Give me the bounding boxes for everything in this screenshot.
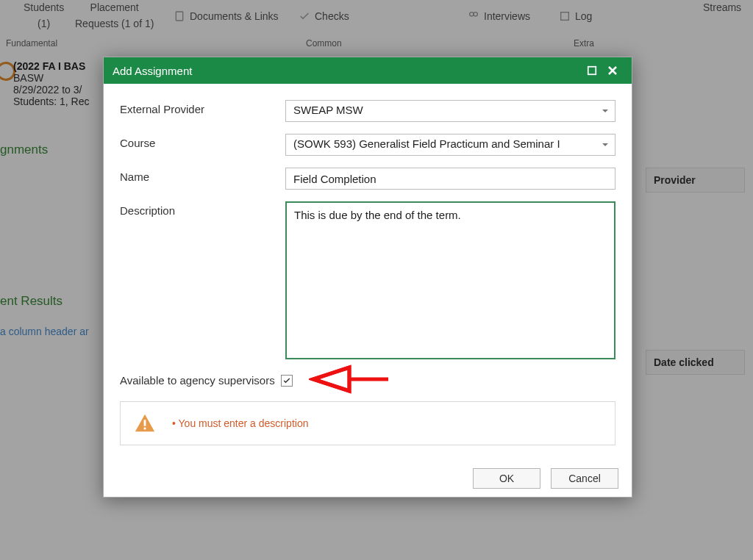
checkmark-icon [282, 376, 291, 385]
ok-button[interactable]: OK [473, 468, 540, 489]
external-provider-value: SWEAP MSW [293, 104, 363, 116]
svg-rect-6 [144, 428, 146, 430]
validation-warning: • You must enter a description [120, 401, 615, 445]
course-select[interactable]: (SOWK 593) Generalist Field Practicum an… [285, 134, 615, 156]
dialog-titlebar[interactable]: Add Assignment [104, 57, 632, 84]
external-provider-select[interactable]: SWEAP MSW [285, 100, 615, 122]
dialog-title: Add Assignment [113, 65, 192, 77]
maximize-icon [587, 65, 597, 76]
maximize-button[interactable] [582, 60, 602, 81]
warning-message: • You must enter a description [172, 417, 308, 429]
label-external-provider: External Provider [120, 100, 285, 115]
available-checkbox[interactable] [281, 375, 293, 387]
description-textarea[interactable] [285, 201, 615, 359]
label-course: Course [120, 134, 285, 149]
cancel-button[interactable]: Cancel [551, 468, 618, 489]
close-button[interactable] [602, 60, 623, 81]
ok-button-label: OK [499, 473, 514, 484]
svg-rect-5 [144, 420, 146, 426]
cancel-button-label: Cancel [568, 473, 601, 484]
course-value: (SOWK 593) Generalist Field Practicum an… [293, 137, 560, 150]
name-input[interactable] [285, 168, 615, 190]
label-description: Description [120, 201, 285, 217]
label-name: Name [120, 168, 285, 183]
warning-icon [134, 412, 156, 434]
close-icon [607, 65, 618, 76]
svg-rect-4 [588, 67, 596, 75]
add-assignment-dialog: Add Assignment External Provider SWEAP M… [103, 57, 632, 498]
label-available: Available to agency supervisors [120, 374, 275, 387]
